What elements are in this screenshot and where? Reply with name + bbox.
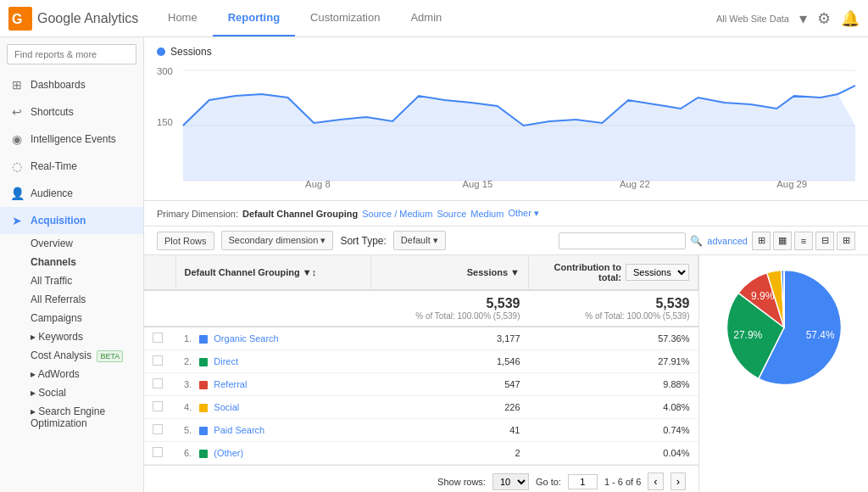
row-sessions: 1,546 <box>370 350 528 373</box>
search-input[interactable] <box>7 44 136 64</box>
sidebar-item-label: Real-Time <box>31 160 77 172</box>
sort-type-button[interactable]: Default ▾ <box>393 231 446 250</box>
search-right: 🔍 advanced ⊞ ▦ ≡ ⊟ ⊞ <box>559 232 855 250</box>
main-table: Default Channel Grouping ▼↕ Sessions ▼ C… <box>144 255 698 492</box>
sidebar-item-label: Dashboards <box>31 79 86 91</box>
main-nav: Home Reporting Customization Admin <box>153 0 716 36</box>
sidebar-item-shortcuts[interactable]: ↩ Shortcuts <box>0 98 143 126</box>
contrib-header: Contribution to total: Sessions <box>537 262 689 282</box>
row-checkbox[interactable] <box>153 401 163 411</box>
row-checkbox[interactable] <box>153 447 163 457</box>
col-header-sessions[interactable]: Sessions ▼ <box>370 255 528 290</box>
top-bar: G Google Analytics Home Reporting Custom… <box>0 0 868 37</box>
go-to-input[interactable] <box>568 474 598 489</box>
sessions-dot <box>157 48 165 56</box>
next-page-button[interactable]: › <box>670 472 686 490</box>
ga-logo-icon: G <box>8 7 32 31</box>
table-row: 2. Direct 1,546 27.91% <box>144 350 698 373</box>
table-row: 5. Paid Search 41 0.74% <box>144 419 698 442</box>
channel-link[interactable]: Direct <box>214 356 238 366</box>
sidebar-item-label: Audience <box>31 187 73 199</box>
sidebar-sub-costanalysis[interactable]: Cost Analysis BETA <box>0 346 143 365</box>
dim-other[interactable]: Other ▾ <box>508 208 539 219</box>
dropdown-icon[interactable]: ▾ <box>799 9 807 28</box>
sidebar-sub-channels[interactable]: Channels <box>0 253 143 271</box>
sidebar-sub-alltraffic[interactable]: All Traffic <box>0 271 143 290</box>
table-row: 6. (Other) 2 0.04% <box>144 442 698 465</box>
sidebar-sub-campaigns[interactable]: Campaigns <box>0 309 143 327</box>
row-pct: 0.04% <box>529 442 698 465</box>
sidebar-item-realtime[interactable]: ◌ Real-Time <box>0 153 143 180</box>
table-row: 4. Social 226 4.08% <box>144 396 698 419</box>
col-header-channel[interactable]: Default Channel Grouping ▼↕ <box>175 255 370 290</box>
dim-source[interactable]: Source <box>437 209 466 219</box>
row-pct: 27.91% <box>529 350 698 373</box>
sidebar-sub-allreferrals[interactable]: All Referrals <box>0 290 143 309</box>
sidebar-item-label: Intelligence Events <box>31 133 116 145</box>
sidebar-item-label: Shortcuts <box>31 106 74 118</box>
channel-link[interactable]: Organic Search <box>214 333 278 344</box>
view-icon-pivot[interactable]: ⊟ <box>815 232 834 250</box>
table-search-input[interactable] <box>559 232 686 249</box>
notification-icon[interactable]: 🔔 <box>841 9 860 28</box>
sidebar-sub-keywords[interactable]: ▸ Keywords <box>0 327 143 346</box>
col-header-checkbox <box>144 255 175 290</box>
sidebar-item-intelligence[interactable]: ◉ Intelligence Events <box>0 126 143 153</box>
channel-color-dot <box>199 450 208 458</box>
contrib-select[interactable]: Sessions <box>626 264 689 281</box>
nav-admin[interactable]: Admin <box>395 0 457 36</box>
nav-customization[interactable]: Customization <box>295 0 395 36</box>
sidebar-item-acquisition[interactable]: ➤ Acquisition <box>0 207 143 234</box>
sidebar-sub-social[interactable]: ▸ Social <box>0 383 143 402</box>
svg-text:Aug 29: Aug 29 <box>776 179 807 189</box>
sidebar-sub-adwords[interactable]: ▸ AdWords <box>0 365 143 383</box>
svg-text:300: 300 <box>157 66 173 76</box>
sidebar-sub-overview[interactable]: Overview <box>0 234 143 253</box>
row-pct: 9.88% <box>529 373 698 396</box>
row-checkbox[interactable] <box>153 333 163 343</box>
channel-link[interactable]: Referral <box>214 379 247 389</box>
row-checkbox[interactable] <box>153 355 163 366</box>
channel-link[interactable]: Social <box>214 402 239 412</box>
view-icon-bar[interactable]: ▦ <box>773 232 792 250</box>
prev-page-button[interactable]: ‹ <box>648 472 663 490</box>
sidebar-item-dashboards[interactable]: ⊞ Dashboards <box>0 71 143 98</box>
dim-source-medium[interactable]: Source / Medium <box>362 209 432 219</box>
app-title: Google Analytics <box>37 11 138 26</box>
sidebar-sub-seo[interactable]: ▸ Search Engine Optimization <box>0 402 143 433</box>
table-footer: Show rows: 10 25 50 Go to: 1 - 6 of 6 ‹ … <box>144 465 698 492</box>
primary-dim-selected: Default Channel Grouping <box>242 209 358 219</box>
plot-rows-button[interactable]: Plot Rows <box>157 232 214 250</box>
settings-icon[interactable]: ⚙ <box>817 9 831 28</box>
show-rows-label: Show rows: <box>437 477 486 487</box>
beta-badge: BETA <box>97 350 123 362</box>
channel-color-dot <box>199 404 208 412</box>
secondary-dimension-button[interactable]: Secondary dimension ▾ <box>221 231 334 250</box>
col-header-contrib: Contribution to total: Sessions <box>529 255 698 290</box>
row-checkbox[interactable] <box>153 424 163 434</box>
view-icon-grid[interactable]: ⊞ <box>752 232 771 250</box>
pie-section: 57.4%27.9%9.9% <box>698 255 868 492</box>
channel-link[interactable]: (Other) <box>214 448 243 458</box>
advanced-link[interactable]: advanced <box>707 236 748 246</box>
nav-home[interactable]: Home <box>153 0 213 36</box>
chart-area: Sessions 300 150 Aug 8 Aug 15 <box>144 37 868 201</box>
logo-area: G Google Analytics <box>8 7 153 31</box>
view-icon-compare[interactable]: ≡ <box>794 232 813 250</box>
show-rows-select[interactable]: 10 25 50 <box>492 473 529 490</box>
dim-medium[interactable]: Medium <box>470 209 504 219</box>
pie-label: 27.9% <box>733 329 762 341</box>
acquisition-icon: ➤ <box>10 214 24 227</box>
svg-text:Aug 15: Aug 15 <box>463 179 493 189</box>
range-label: 1 - 6 of 6 <box>604 477 641 487</box>
pie-label: 9.9% <box>751 290 775 302</box>
row-checkbox[interactable] <box>153 378 163 389</box>
search-icon[interactable]: 🔍 <box>690 235 703 247</box>
svg-text:Aug 22: Aug 22 <box>620 179 650 189</box>
view-icon-custom[interactable]: ⊞ <box>837 232 855 250</box>
nav-reporting[interactable]: Reporting <box>213 0 295 36</box>
sidebar-item-audience[interactable]: 👤 Audience <box>0 180 143 207</box>
svg-marker-7 <box>183 94 855 181</box>
intelligence-icon: ◉ <box>10 132 24 146</box>
channel-link[interactable]: Paid Search <box>214 425 264 435</box>
